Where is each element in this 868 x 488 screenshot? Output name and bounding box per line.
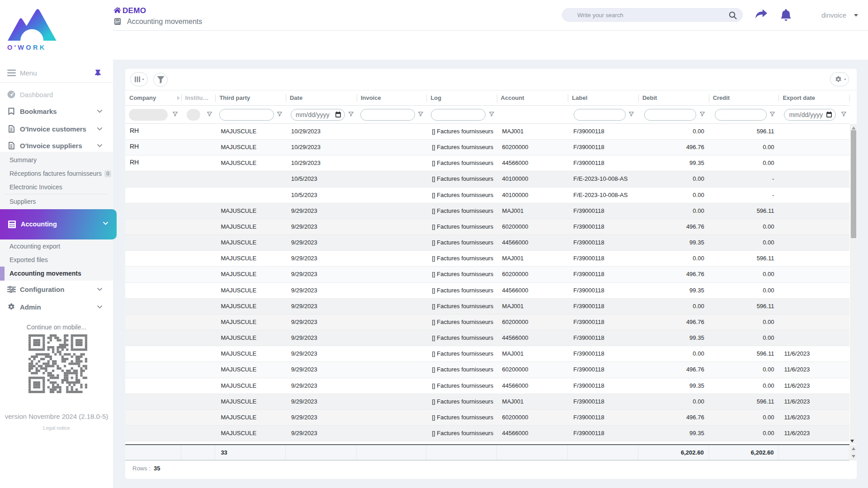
svg-text:O'WORK: O'WORK xyxy=(7,44,46,51)
